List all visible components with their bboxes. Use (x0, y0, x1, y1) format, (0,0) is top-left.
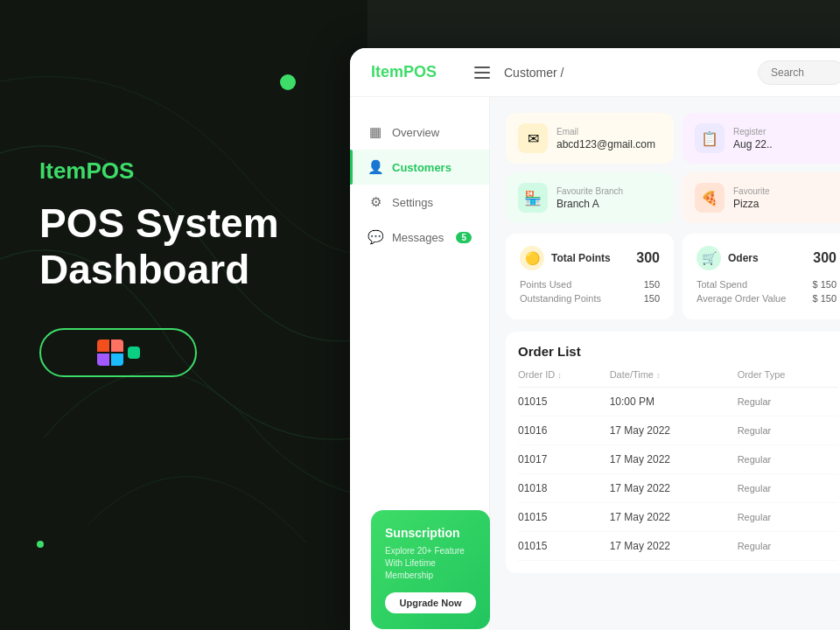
table-row[interactable]: 01015 10:00 PM Regular (518, 388, 838, 416)
content-area: ✉ Email abcd123@gmail.com 📋 Register Aug… (490, 97, 840, 630)
avg-order-row: Average Order Value $ 150 (696, 293, 836, 304)
branch-card: 🏪 Favourite Branch Branch A (506, 172, 674, 223)
order-id-cell: 01015 (518, 532, 610, 561)
col-order-id: Order ID ↕ (518, 369, 610, 388)
food-label: Favourite (733, 186, 770, 196)
sidebar-item-label-customers: Customers (392, 161, 452, 174)
subscription-card: Sunscription Explore 20+ Feature With Li… (371, 510, 490, 629)
sidebar-item-label-messages: Messages (392, 231, 444, 244)
sort-icon-dt: ↕ (656, 371, 661, 380)
total-spend-label: Total Spend (696, 279, 747, 290)
table-row[interactable]: 01015 17 May 2022 Regular (518, 503, 838, 532)
brand-logo: ItemPOS (371, 63, 450, 81)
breadcrumb: Customer / (504, 66, 758, 80)
table-row[interactable]: 01015 17 May 2022 Regular (518, 532, 838, 561)
sidebar-item-customers[interactable]: 👤 Customers (350, 150, 489, 185)
order-id-cell: 01016 (518, 416, 610, 445)
order-id-cell: 01015 (518, 388, 610, 416)
email-card: ✉ Email abcd123@gmail.com (506, 113, 674, 164)
upgrade-button[interactable]: Upgrade Now (385, 592, 476, 613)
total-points-card: 🟡 Total Points 300 Points Used 150 Outst… (506, 234, 674, 319)
left-panel: ItemPOS POS SystemDashboard (0, 0, 368, 630)
email-card-content: Email abcd123@gmail.com (556, 127, 655, 150)
datetime-cell: 17 May 2022 (610, 532, 738, 561)
sidebar-item-settings[interactable]: ⚙ Settings (350, 185, 489, 220)
col-datetime: Date/Time ↕ (610, 369, 738, 388)
hamburger-line-1 (474, 66, 490, 68)
sidebar-item-label-overview: Overview (392, 126, 439, 139)
outstanding-value: 150 (644, 293, 660, 304)
orders-name: Oders (728, 252, 759, 264)
header-row: Order ID ↕ Date/Time ↕ Order Type (518, 369, 838, 388)
order-list-section: Order List Order ID ↕ Date/Time ↕ (506, 332, 840, 573)
register-card-content: Register Aug 22.. (733, 127, 773, 150)
points-used-row: Points Used 150 (520, 279, 660, 290)
branch-icon: 🏪 (518, 183, 548, 213)
figma-icon (97, 340, 140, 366)
type-cell: Regular (738, 416, 838, 445)
email-icon: ✉ (518, 123, 548, 153)
order-id-cell: 01018 (518, 474, 610, 503)
total-spend-row: Total Spend $ 150 (696, 279, 836, 290)
orders-icon: 🛒 (696, 246, 721, 270)
points-header: 🟡 Total Points 300 (520, 246, 660, 270)
figma-button[interactable] (39, 328, 197, 377)
order-id-cell: 01015 (518, 503, 610, 532)
hero-title: POS SystemDashboard (39, 200, 279, 293)
email-label: Email (556, 127, 655, 136)
main-layout: ▦ Overview 👤 Customers ⚙ Settings 💬 Mess… (350, 97, 840, 630)
points-used-value: 150 (644, 279, 660, 290)
total-spend-value: $ 150 (812, 279, 836, 290)
order-table: Order ID ↕ Date/Time ↕ Order Type (518, 369, 838, 561)
sidebar: ▦ Overview 👤 Customers ⚙ Settings 💬 Mess… (350, 97, 490, 630)
register-label: Register (733, 127, 773, 136)
messages-icon: 💬 (368, 229, 383, 245)
sidebar-item-overview[interactable]: ▦ Overview (350, 115, 489, 150)
left-content: ItemPOS POS SystemDashboard (39, 158, 279, 377)
messages-badge: 5 (456, 232, 472, 243)
order-list-title: Order List (518, 344, 838, 359)
food-value: Pizza (733, 198, 770, 210)
orders-value: 300 (813, 250, 836, 266)
points-value: 300 (636, 250, 660, 266)
outstanding-points-row: Outstanding Points 150 (520, 293, 660, 304)
decorative-dot-small (37, 541, 44, 548)
points-icon: 🟡 (520, 246, 544, 270)
order-id-cell: 01017 (518, 445, 610, 474)
dashboard-panel: ItemPOS Customer / ▦ Overview 👤 Customer… (350, 48, 840, 630)
table-row[interactable]: 01016 17 May 2022 Regular (518, 416, 838, 445)
datetime-cell: 17 May 2022 (610, 416, 738, 445)
points-title-row: 🟡 Total Points (520, 246, 611, 270)
food-card-content: Favourite Pizza (733, 186, 770, 210)
type-cell: Regular (738, 445, 838, 474)
hamburger-line-2 (474, 72, 490, 74)
avg-order-label: Average Order Value (696, 293, 786, 304)
datetime-cell: 17 May 2022 (610, 445, 738, 474)
register-card: 📋 Register Aug 22.. (682, 113, 840, 164)
type-cell: Regular (738, 503, 838, 532)
table-row[interactable]: 01017 17 May 2022 Regular (518, 445, 838, 474)
col-type: Order Type (738, 369, 838, 388)
settings-icon: ⚙ (368, 194, 383, 210)
food-card: 🍕 Favourite Pizza (682, 172, 840, 223)
top-bar: ItemPOS Customer / (350, 48, 840, 97)
food-icon: 🍕 (695, 183, 724, 213)
table-row[interactable]: 01018 17 May 2022 Regular (518, 474, 838, 503)
brand-left: ItemPOS (39, 158, 279, 185)
points-name: Total Points (551, 252, 611, 264)
search-input[interactable] (758, 60, 840, 85)
register-icon: 📋 (695, 123, 724, 153)
stats-row: 🟡 Total Points 300 Points Used 150 Outst… (506, 234, 840, 319)
outstanding-label: Outstanding Points (520, 293, 601, 304)
order-table-body: 01015 10:00 PM Regular 01016 17 May 2022… (518, 388, 838, 561)
orders-header: 🛒 Oders 300 (696, 246, 836, 270)
sidebar-item-label-settings: Settings (392, 196, 433, 209)
sidebar-item-messages[interactable]: 💬 Messages 5 (350, 220, 489, 255)
decorative-dot-large (280, 74, 296, 90)
branch-label: Favourite Branch (556, 186, 623, 196)
hamburger-icon[interactable] (474, 66, 490, 79)
subscription-title: Sunscription (385, 526, 476, 540)
points-used-label: Points Used (520, 279, 571, 290)
order-table-header: Order ID ↕ Date/Time ↕ Order Type (518, 369, 838, 388)
datetime-cell: 17 May 2022 (610, 474, 738, 503)
